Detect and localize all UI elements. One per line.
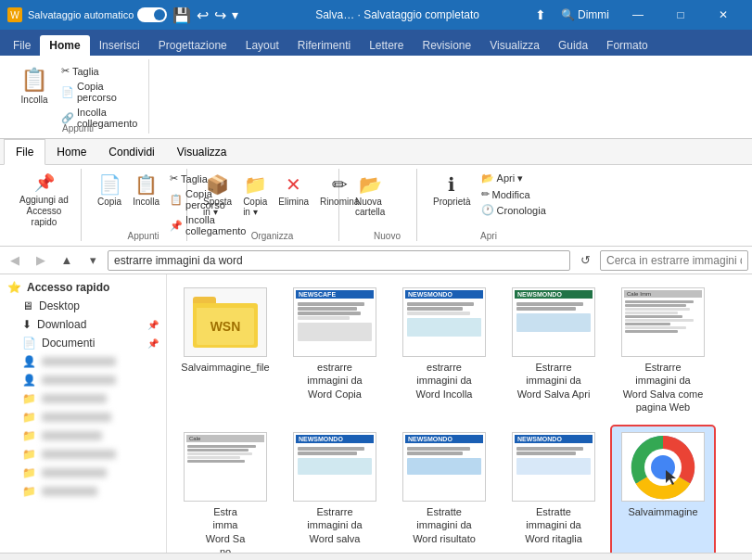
copia-button[interactable]: 📄 Copia percorso	[57, 79, 141, 105]
tab-progettazione[interactable]: Progettazione	[149, 35, 236, 56]
file-thumb-0: WSN	[184, 287, 267, 357]
copia2-icon: 📁	[244, 173, 267, 196]
item8-label	[42, 431, 102, 440]
autosave-toggle[interactable]	[137, 7, 167, 22]
exp-tab-home[interactable]: Home	[45, 139, 97, 165]
sidebar-documenti[interactable]: 📄 Documenti 📌	[0, 334, 166, 352]
nuova-cartella-button[interactable]: 📂 Nuovacartella	[351, 171, 389, 220]
file-item-7[interactable]: NEWSMONDO Estratteimmagini daWord risult…	[393, 426, 495, 553]
fe-apri-content: ℹ Proprietà 📂 Apri ▾ ✏ Modifica 🕐 Cronol…	[428, 169, 534, 218]
minimize-button[interactable]: —	[617, 0, 659, 30]
sidebar-item-8[interactable]: 📁	[0, 426, 166, 445]
sidebar-download[interactable]: ⬇ Download 📌	[0, 315, 166, 334]
autosave-label: Salvataggio automatico	[28, 9, 134, 20]
elimina-button[interactable]: ✕ Elimina	[274, 171, 313, 220]
up-button[interactable]: ▲	[56, 249, 78, 272]
explorer-toolbar: File Home Condividi Visualizza	[0, 139, 752, 165]
file-label-0: Salvaimmagine_file	[181, 361, 269, 374]
group-appunti-content: 📋 Incolla ✂ Taglia 📄 Copia percorso 🔗 In…	[15, 59, 141, 131]
file-item-2[interactable]: NEWSMONDO estrarreimmagini daWord Incoll…	[393, 282, 495, 419]
thumb-img-3	[516, 313, 591, 332]
share-button[interactable]: ⬆	[528, 7, 554, 22]
folder-inner-0: WSN	[197, 308, 254, 345]
maximize-button[interactable]: □	[659, 0, 702, 30]
fe-group-accesso-content: 📌 Aggiungi adAccesso rapido	[15, 169, 73, 231]
sidebar-item-10[interactable]: 📁	[0, 464, 166, 482]
address-input[interactable]	[108, 250, 570, 271]
tab-layout[interactable]: Layout	[236, 35, 288, 56]
main-layout: ⭐ Accesso rapido 🖥 Desktop ⬇ Download 📌 …	[0, 274, 752, 553]
sposta-icon: 📦	[206, 173, 229, 196]
line3	[298, 312, 361, 315]
tab-formato[interactable]: Formato	[597, 35, 657, 56]
apri-button[interactable]: 📂 Apri ▾	[478, 171, 550, 186]
tab-riferimenti[interactable]: Riferimenti	[288, 35, 360, 56]
file-grid: WSN Salvaimmagine_file NEWSCAFE	[174, 282, 745, 553]
thumb-header-6: NEWSMONDO	[296, 435, 374, 443]
search-input[interactable]	[600, 250, 748, 271]
sidebar-item-6[interactable]: 📁	[0, 389, 166, 408]
sidebar-item-4[interactable]: 👤	[0, 352, 166, 371]
incolla-coll-fe-icon: 📌	[170, 220, 183, 232]
file-item-5[interactable]: Cale EstraimmaWord Sano	[174, 426, 276, 553]
exp-tab-file[interactable]: File	[4, 139, 45, 165]
taglia-icon: ✂	[61, 65, 70, 77]
file-item-6[interactable]: NEWSMONDO Estrarreimmagini daWord salva	[284, 426, 386, 553]
sidebar-item-5[interactable]: 👤	[0, 371, 166, 389]
recent-button[interactable]: ▾	[82, 249, 104, 272]
file-label-7: Estratteimmagini daWord risultato	[413, 505, 476, 545]
incolla-button[interactable]: 📋 Incolla	[15, 63, 54, 108]
clipboard-small-btns: ✂ Taglia 📄 Copia percorso 🔗 Incolla coll…	[57, 63, 141, 131]
line2	[298, 307, 357, 311]
sidebar: ⭐ Accesso rapido 🖥 Desktop ⬇ Download 📌 …	[0, 274, 167, 553]
tab-guida[interactable]: Guida	[549, 35, 597, 56]
more-icon[interactable]: ▾	[232, 7, 238, 22]
window-title: Salva… · Salvataggio completato	[267, 8, 527, 21]
sidebar-item-11[interactable]: 📁	[0, 482, 166, 501]
sidebar-item-9[interactable]: 📁	[0, 445, 166, 464]
modifica-button[interactable]: ✏ Modifica	[478, 186, 550, 202]
file-item-4[interactable]: CaleImm	[612, 282, 714, 419]
exp-tab-visualizza[interactable]: Visualizza	[166, 139, 238, 165]
thumb-word-4: CaleImm	[622, 288, 704, 356]
thumb-word-5: Cale	[185, 433, 266, 501]
item9-label	[42, 450, 116, 459]
close-button[interactable]: ✕	[702, 0, 745, 30]
redo-icon[interactable]: ↪	[214, 6, 226, 24]
file-item-3[interactable]: NEWSMONDO Estrarreimmagini daWord Salva …	[503, 282, 605, 419]
tab-lettere[interactable]: Lettere	[360, 35, 413, 56]
sidebar-desktop[interactable]: 🖥 Desktop	[0, 297, 166, 315]
back-button: ◀	[4, 249, 26, 272]
copia-icon: 📄	[61, 86, 74, 98]
item7-icon: 📁	[22, 411, 36, 424]
sidebar-accesso-rapido[interactable]: ⭐ Accesso rapido	[0, 278, 166, 297]
tab-visualizza[interactable]: Visualizza	[480, 35, 549, 56]
undo-icon[interactable]: ↩	[197, 6, 209, 24]
aggiungi-accesso-button[interactable]: 📌 Aggiungi adAccesso rapido	[15, 171, 73, 231]
copia2-button[interactable]: 📁 Copiain ▾	[238, 171, 272, 220]
file-item-9[interactable]: Salvaimmagine	[612, 426, 714, 553]
file-item-0[interactable]: WSN Salvaimmagine_file	[174, 282, 276, 419]
file-item-8[interactable]: NEWSMONDO Estratteimmagini daWord ritagl…	[503, 426, 605, 553]
save-icon[interactable]: 💾	[172, 6, 191, 24]
tab-home[interactable]: Home	[40, 35, 89, 56]
fe-group-copia-content: 📄 Copia 📋 Incolla ✂ Taglia 📋 Copia perco…	[93, 169, 179, 238]
incolla-fe-button[interactable]: 📋 Incolla	[128, 171, 164, 238]
fe-group-accesso: 📌 Aggiungi adAccesso rapido	[7, 169, 82, 241]
tab-file[interactable]: File	[4, 35, 40, 56]
elimina-icon: ✕	[286, 173, 301, 196]
refresh-button[interactable]: ↺	[574, 249, 596, 272]
search-toolbar[interactable]: 🔍 Dimmi	[554, 8, 617, 21]
tab-revisione[interactable]: Revisione	[414, 35, 481, 56]
proprieta-button[interactable]: ℹ Proprietà	[428, 171, 476, 218]
taglia-button[interactable]: ✂ Taglia	[57, 63, 141, 79]
tab-inserisci[interactable]: Inserisci	[90, 35, 149, 56]
file-thumb-5: Cale	[184, 432, 267, 502]
sposta-button[interactable]: 📦 Spostain ▾	[198, 171, 236, 220]
file-item-1[interactable]: NEWSCAFE estrarreimmagini daWord Copia	[284, 282, 386, 419]
exp-tab-condividi[interactable]: Condividi	[97, 139, 165, 165]
copia-fe-button[interactable]: 📄 Copia	[93, 171, 126, 238]
sidebar-item-7[interactable]: 📁	[0, 408, 166, 426]
thumb-img-2	[407, 318, 481, 337]
cronologia-button[interactable]: 🕐 Cronologia	[478, 202, 550, 218]
